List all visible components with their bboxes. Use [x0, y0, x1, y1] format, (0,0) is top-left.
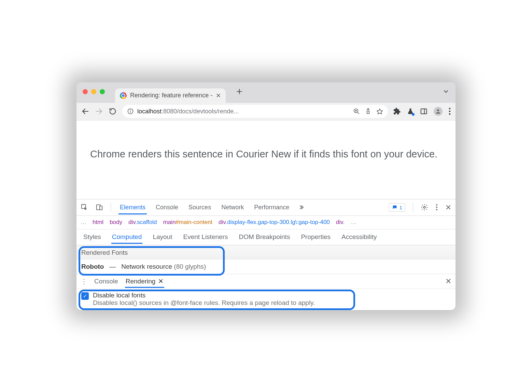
elements-subtabs: Styles Computed Layout Event Listeners D…: [76, 229, 456, 245]
svg-point-18: [449, 113, 451, 115]
tab-console[interactable]: Console: [154, 200, 180, 214]
device-toolbar-icon[interactable]: [96, 204, 103, 211]
more-tabs-icon[interactable]: [298, 204, 304, 210]
drawer-tab-rendering[interactable]: Rendering ✕: [125, 275, 165, 288]
subtab-accessibility[interactable]: Accessibility: [341, 230, 377, 244]
subtab-layout[interactable]: Layout: [152, 230, 173, 244]
titlebar: Rendering: feature reference - ✕: [76, 82, 456, 103]
page-content: Chrome renders this sentence in Courier …: [76, 121, 456, 199]
close-drawer-icon[interactable]: ✕: [445, 277, 451, 286]
breadcrumb-item[interactable]: main#main-content: [163, 219, 213, 226]
tab-network[interactable]: Network: [220, 200, 245, 214]
rendered-fonts-section: Rendered Fonts Roboto — Network resource…: [76, 245, 456, 274]
labs-icon[interactable]: [407, 108, 414, 115]
inspect-element-icon[interactable]: [81, 204, 88, 211]
traffic-lights: [83, 89, 105, 94]
bookmark-star-icon[interactable]: [376, 108, 383, 115]
profile-avatar-icon[interactable]: [434, 107, 443, 116]
drawer-tab-console[interactable]: Console: [94, 275, 119, 288]
drawer-menu-icon[interactable]: ⋮: [81, 277, 87, 285]
page-sentence: Chrome renders this sentence in Courier …: [90, 144, 442, 164]
breadcrumb-item[interactable]: html: [93, 219, 103, 226]
svg-point-16: [449, 108, 451, 110]
breadcrumb-item[interactable]: div.scaffold: [128, 219, 157, 226]
breadcrumb-more-left-icon[interactable]: …: [81, 219, 86, 226]
font-source: Network resource: [121, 263, 172, 270]
drawer-tab-rendering-label: Rendering: [126, 278, 156, 285]
svg-point-15: [437, 109, 439, 111]
chrome-favicon-icon: [120, 92, 127, 99]
breadcrumb-more-right-icon[interactable]: …: [351, 219, 356, 226]
chrome-menu-icon[interactable]: [449, 108, 451, 115]
font-name: Roboto: [81, 263, 104, 270]
share-icon[interactable]: [365, 108, 372, 115]
devtools-tabstrip: Elements Console Sources Network Perform…: [76, 199, 456, 216]
option-title: Disable local fonts: [93, 292, 451, 299]
tab-title: Rendering: feature reference -: [130, 92, 212, 99]
extensions-icon[interactable]: [393, 108, 401, 115]
settings-gear-icon[interactable]: [421, 204, 428, 211]
dom-breadcrumb[interactable]: … html body div.scaffold main#main-conte…: [76, 216, 456, 229]
subtab-event-listeners[interactable]: Event Listeners: [182, 230, 228, 244]
browser-tab[interactable]: Rendering: feature reference - ✕: [115, 88, 226, 103]
svg-rect-21: [100, 206, 102, 210]
close-tab-icon[interactable]: ✕: [216, 92, 221, 99]
subtab-styles[interactable]: Styles: [83, 230, 102, 244]
option-description: Disables local() sources in @font-face r…: [93, 299, 451, 307]
svg-point-23: [436, 204, 437, 206]
rendered-fonts-heading: Rendered Fonts: [76, 245, 456, 260]
close-devtools-icon[interactable]: [445, 204, 451, 210]
tab-list-dropdown-icon[interactable]: [443, 88, 449, 95]
disable-local-fonts-option[interactable]: ✓ Disable local fonts Disables local() s…: [76, 289, 456, 310]
subtab-properties[interactable]: Properties: [300, 230, 331, 244]
svg-point-17: [449, 111, 451, 112]
devtools-panel: Elements Console Sources Network Perform…: [76, 199, 456, 310]
minimize-window-button[interactable]: [91, 89, 96, 94]
tab-performance[interactable]: Performance: [253, 200, 291, 214]
rendered-font-row: Roboto — Network resource (80 glyphs): [76, 260, 456, 274]
maximize-window-button[interactable]: [100, 89, 105, 94]
subtab-computed[interactable]: Computed: [111, 230, 143, 244]
font-dash: —: [109, 263, 116, 270]
subtab-dom-breakpoints[interactable]: DOM Breakpoints: [238, 230, 291, 244]
toolbar-right: [393, 107, 451, 116]
address-bar[interactable]: localhost:8080/docs/devtools/rende...: [122, 105, 388, 118]
zoom-icon[interactable]: [353, 108, 360, 115]
new-tab-button[interactable]: [236, 88, 243, 95]
reload-button[interactable]: [109, 107, 117, 115]
svg-line-8: [358, 112, 359, 114]
back-button[interactable]: [81, 107, 89, 115]
devtools-menu-icon[interactable]: [436, 204, 438, 211]
breadcrumb-item[interactable]: div.display-flex.gap-top-300.lg\:gap-top…: [219, 219, 330, 226]
tab-sources[interactable]: Sources: [187, 200, 212, 214]
drawer-tabstrip: ⋮ Console Rendering ✕ ✕: [76, 274, 456, 289]
browser-window: Rendering: feature reference - ✕ localho…: [76, 82, 456, 310]
toolbar: localhost:8080/docs/devtools/rende...: [76, 103, 456, 121]
side-panel-icon[interactable]: [420, 108, 428, 115]
svg-point-6: [130, 110, 131, 110]
forward-button[interactable]: [95, 107, 103, 115]
url-text: localhost:8080/docs/devtools/rende...: [137, 108, 239, 115]
site-info-icon[interactable]: [127, 108, 134, 115]
issues-badge[interactable]: 1: [389, 203, 405, 212]
tab-elements[interactable]: Elements: [118, 200, 147, 214]
font-glyphs: (80 glyphs): [174, 263, 206, 270]
breadcrumb-item[interactable]: body: [110, 219, 122, 226]
svg-marker-12: [377, 109, 383, 114]
issues-count: 1: [400, 205, 402, 210]
disable-local-fonts-checkbox[interactable]: ✓: [81, 292, 89, 300]
svg-point-25: [436, 209, 437, 210]
svg-point-22: [423, 206, 425, 208]
breadcrumb-item[interactable]: div.: [336, 219, 345, 226]
close-drawer-tab-icon[interactable]: ✕: [158, 277, 164, 285]
svg-point-24: [436, 207, 437, 208]
svg-rect-13: [421, 109, 427, 114]
close-window-button[interactable]: [83, 89, 88, 94]
